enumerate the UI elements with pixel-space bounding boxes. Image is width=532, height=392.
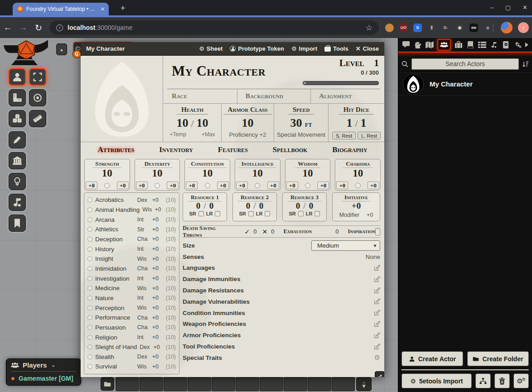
short-rest-checkbox[interactable]	[298, 211, 304, 216]
short-rest-button[interactable]: S. Rest	[332, 132, 356, 139]
window-minimize-button[interactable]: –	[490, 4, 493, 11]
Insight[interactable]: Insight Wis +0 (10)	[87, 255, 176, 262]
fivetools-import-button[interactable]: ⚙ 5etools Import	[401, 373, 472, 388]
xp-display[interactable]: 0 / 300	[339, 69, 379, 76]
death-fail-count[interactable]: 0	[271, 228, 274, 235]
tools-button[interactable]: Tools	[324, 45, 348, 52]
macro-slot[interactable]	[236, 377, 259, 391]
check-modifier[interactable]: +0	[117, 182, 129, 189]
d-extension[interactable]: D.	[441, 24, 450, 32]
create-folder-button[interactable]: Create Folder	[467, 351, 529, 366]
Constitution[interactable]: Constitution 10 +0 +0	[184, 159, 230, 191]
skill-proficiency-radio[interactable]	[87, 315, 92, 320]
Nature[interactable]: Nature Int +0 (10)	[87, 295, 176, 301]
macro-slot[interactable]	[164, 377, 187, 391]
macro-slot[interactable]	[188, 377, 211, 391]
edit-icon[interactable]	[374, 344, 380, 350]
Wisdom[interactable]: Wisdom 10 +0 +0	[285, 159, 331, 191]
box-dots-extension[interactable]: oo	[469, 24, 478, 32]
tab-compendium[interactable]	[502, 41, 510, 48]
tab-items[interactable]	[455, 41, 463, 48]
cookie-extension[interactable]	[385, 24, 394, 32]
macro-slot[interactable]	[140, 377, 163, 391]
macro-slot[interactable]	[284, 377, 307, 391]
toggle-folders-button[interactable]	[475, 373, 491, 388]
edit-icon[interactable]	[374, 298, 380, 305]
notes-tool-button[interactable]	[9, 215, 26, 232]
Investigation[interactable]: Investigation Int +0 (10)	[87, 275, 176, 282]
back-button[interactable]: ←	[0, 23, 15, 33]
tab-settings[interactable]	[513, 41, 522, 48]
tab-scenes[interactable]	[426, 41, 434, 48]
speed-block[interactable]: Speed 30 ft Special Movement	[274, 104, 329, 142]
sounds-tool-button[interactable]	[9, 194, 26, 211]
inspiration-checkbox[interactable]	[375, 228, 380, 235]
long-rest-button[interactable]: L. Rest	[358, 132, 381, 139]
actor-list-item[interactable]: My Character	[398, 72, 532, 96]
macro-slot[interactable]	[260, 377, 283, 391]
Performance[interactable]: Performance Cha +0 (10)	[87, 314, 176, 321]
sliders-extension[interactable]: ⫼	[427, 24, 436, 32]
save-modifier[interactable]: +0	[86, 182, 97, 189]
tab-tables[interactable]	[478, 41, 486, 48]
ability-score[interactable]: 10	[185, 168, 230, 179]
hit-dice-value[interactable]: 1/1	[329, 116, 384, 130]
initiative-block[interactable]: Initiative +0 Modifier+0	[332, 192, 380, 221]
Intelligence[interactable]: Intelligence 10 +0 +0	[235, 159, 281, 191]
character-portrait[interactable]	[81, 56, 163, 142]
nav-collapse-button[interactable]: ▲	[56, 43, 67, 55]
tab-playlists[interactable]	[490, 41, 498, 48]
check-modifier[interactable]: +0	[167, 182, 179, 189]
page-down-icon[interactable]: ▼	[361, 384, 367, 388]
Athletics[interactable]: Athletics Str +0 (10)	[87, 226, 176, 233]
ruler-tool-button[interactable]	[29, 110, 46, 127]
skill-proficiency-radio[interactable]	[87, 237, 92, 242]
skill-proficiency-radio[interactable]	[87, 256, 92, 261]
Dexterity[interactable]: Dexterity 10 +0 +0	[135, 159, 180, 191]
walls-tool-button[interactable]	[9, 152, 26, 169]
browser-tab[interactable]: Foundry Virtual Tabletop • A Stan ✕	[13, 3, 109, 15]
speed-value[interactable]: 30 ft	[274, 116, 328, 130]
edit-icon[interactable]	[374, 287, 380, 294]
sheet-tab[interactable]: Inventory	[159, 145, 193, 154]
Medicine[interactable]: Medicine Wis +0 (10)	[87, 285, 176, 292]
token-tool-button[interactable]	[9, 68, 26, 86]
s-extension[interactable]: S	[413, 24, 422, 32]
Deception[interactable]: Deception Cha +0 (10)	[87, 236, 176, 243]
check-modifier[interactable]: +0	[267, 182, 279, 189]
tab-combat[interactable]	[414, 41, 422, 48]
save-modifier[interactable]: +0	[286, 182, 298, 189]
skill-proficiency-radio[interactable]	[87, 335, 92, 340]
proficiency-radio[interactable]	[255, 183, 260, 188]
save-modifier[interactable]: +0	[336, 182, 348, 189]
profile-avatar[interactable]	[501, 22, 513, 33]
hit-dice-block[interactable]: Hit Dice 1/1 S. Rest L. Rest	[329, 104, 384, 142]
macro-slot[interactable]	[332, 377, 355, 391]
import-button[interactable]: ⚙ Import	[291, 45, 317, 52]
players-header[interactable]: Players ⌄	[11, 361, 76, 372]
site-info-icon[interactable]: i	[56, 24, 63, 31]
page-up-icon[interactable]: ▲	[362, 381, 366, 384]
ability-score[interactable]: 10	[285, 168, 330, 179]
size-select[interactable]: Medium▾	[311, 240, 380, 251]
skill-proficiency-radio[interactable]	[87, 217, 92, 222]
resource-block[interactable]: Resource 1 0/0 SR LR	[183, 192, 227, 221]
Animal Handling[interactable]: Animal Handling Wis +0 (10)	[87, 206, 176, 213]
search-actors-input[interactable]: Search Actors	[411, 58, 519, 70]
skill-proficiency-radio[interactable]	[87, 364, 92, 369]
Survival[interactable]: Survival Wis +0 (10)	[87, 363, 176, 370]
death-fail-icon[interactable]: ✕	[262, 228, 267, 235]
long-rest-checkbox[interactable]	[314, 211, 320, 216]
sheet-tab[interactable]: Features	[218, 145, 248, 154]
detail-field[interactable]: Alignment	[311, 89, 384, 103]
skill-proficiency-radio[interactable]	[87, 207, 92, 212]
skill-proficiency-radio[interactable]	[87, 247, 92, 252]
bookmark-star-icon[interactable]: ☆	[366, 23, 372, 33]
actor-avatar[interactable]	[403, 74, 424, 95]
players-panel[interactable]: Players ⌄ Gamemaster [GM]	[6, 359, 81, 386]
url-text[interactable]: localhost:30000/game	[68, 24, 361, 31]
edit-icon[interactable]	[374, 332, 380, 339]
level-display[interactable]: Level1	[339, 57, 379, 69]
detail-field[interactable]: Background	[237, 89, 311, 103]
ability-score[interactable]: 10	[85, 168, 130, 179]
